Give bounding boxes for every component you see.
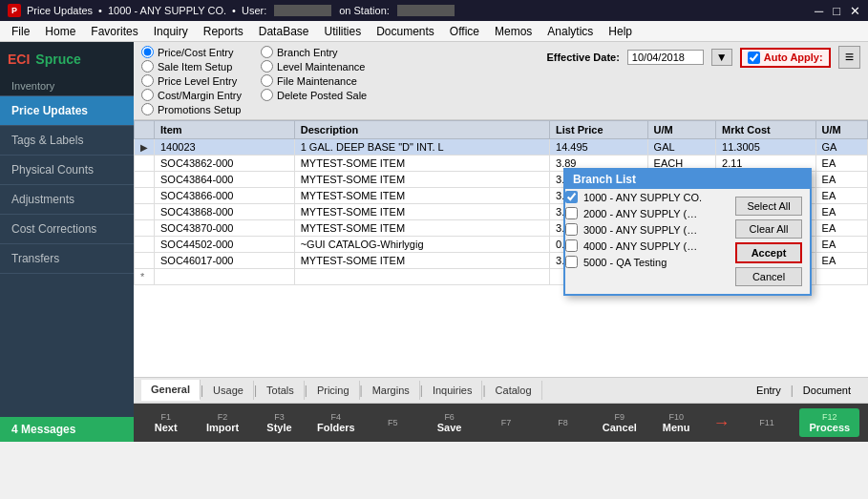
fkey-f4[interactable]: F4 Folders: [312, 412, 360, 433]
fkey-f1[interactable]: F1 Next: [142, 412, 190, 433]
sidebar-item-physical-counts[interactable]: Physical Counts: [0, 156, 134, 185]
branch-checkbox-2000[interactable]: [565, 207, 578, 219]
branch-label-2000: 2000 - ANY SUPPLY (…: [583, 208, 697, 219]
tab-totals[interactable]: Totals: [257, 381, 305, 400]
select-all-button[interactable]: Select All: [735, 197, 802, 216]
radio-delete-sale[interactable]: Delete Posted Sale: [261, 89, 367, 101]
title-sep2: •: [232, 5, 236, 16]
menu-database[interactable]: DataBase: [251, 23, 317, 40]
menu-office[interactable]: Office: [442, 23, 487, 40]
fkey-bar: F1 Next F2 Import F3 Style F4 Folders F5…: [134, 404, 868, 442]
row-um2: EA: [815, 172, 867, 188]
branch-buttons: Select All Clear All Accept Cancel: [735, 189, 810, 294]
radio-sale-item[interactable]: Sale Item Setup: [141, 60, 242, 73]
clear-all-button[interactable]: Clear All: [735, 219, 802, 239]
fkey-f6[interactable]: F6 Save: [426, 412, 474, 433]
fkey-f11[interactable]: F11: [743, 418, 791, 427]
tab-inquiries[interactable]: Inquiries: [423, 381, 483, 400]
fkey-f9[interactable]: F9 Cancel: [596, 412, 644, 433]
row-indicator: [135, 253, 155, 269]
accept-button[interactable]: Accept: [735, 242, 802, 263]
branch-item-3000[interactable]: 3000 - ANY SUPPLY (…: [565, 221, 735, 238]
effective-date-input[interactable]: [627, 50, 704, 65]
fkey-f12-process[interactable]: F12 Process: [799, 408, 859, 437]
col-mrkt-cost: Mrkt Cost: [716, 121, 816, 139]
radio-file-maint[interactable]: File Maintenance: [261, 74, 367, 87]
branch-item-5000[interactable]: 5000 - QA Testing: [565, 254, 735, 270]
radio-level-maint[interactable]: Level Maintenance: [261, 60, 367, 73]
row-description: MYTEST-SOME ITEM: [294, 188, 549, 204]
fkey-f7[interactable]: F7: [482, 418, 530, 427]
auto-apply-checkbox[interactable]: [748, 52, 760, 64]
sidebar-item-transfers[interactable]: Transfers: [0, 244, 134, 274]
fkey-f5[interactable]: F5: [369, 418, 416, 427]
radio-branch-entry[interactable]: Branch Entry: [261, 46, 367, 58]
branch-checkbox-5000[interactable]: [565, 256, 578, 268]
sidebar-item-tags-labels[interactable]: Tags & Labels: [0, 126, 134, 156]
branch-item-4000[interactable]: 4000 - ANY SUPPLY (…: [565, 238, 735, 254]
row-um2: EA: [815, 237, 867, 253]
messages-label: Messages: [21, 423, 75, 436]
row-description: ~GUI CATALOG-Whirlygig: [294, 237, 549, 253]
title-bar-right[interactable]: ─ □ ✕: [815, 4, 860, 18]
radio-price-cost[interactable]: Price/Cost Entry: [141, 46, 242, 58]
fkey-f3[interactable]: F3 Style: [255, 412, 303, 433]
tab-general[interactable]: General: [141, 380, 201, 401]
row-item: SOC43866-000: [155, 188, 295, 204]
row-description: MYTEST-SOME ITEM: [294, 220, 549, 237]
radio-cost-margin[interactable]: Cost/Margin Entry: [141, 89, 242, 101]
branch-checkbox-1000[interactable]: [565, 191, 578, 203]
menu-memos[interactable]: Memos: [487, 23, 540, 40]
tab-usage[interactable]: Usage: [203, 381, 254, 400]
maximize-button[interactable]: □: [833, 4, 840, 18]
tab-pricing[interactable]: Pricing: [307, 381, 360, 400]
tab-margins[interactable]: Margins: [363, 381, 420, 400]
sidebar: ECI Spruce Inventory Price Updates Tags …: [0, 42, 134, 442]
menu-favorites[interactable]: Favorites: [83, 23, 145, 40]
menu-analytics[interactable]: Analytics: [540, 23, 601, 40]
menu-home[interactable]: Home: [37, 23, 83, 40]
branch-item-2000[interactable]: 2000 - ANY SUPPLY (…: [565, 205, 735, 221]
menu-file[interactable]: File: [4, 23, 37, 40]
content-area: Price/Cost Entry Sale Item Setup Price L…: [134, 42, 868, 442]
title-sep1: •: [98, 5, 102, 16]
messages-bar[interactable]: 4 Messages: [0, 417, 134, 442]
minimize-button[interactable]: ─: [815, 4, 823, 18]
row-um2: GA: [815, 139, 867, 156]
title-bar: P Price Updates • 1000 - ANY SUPPLY CO. …: [0, 0, 868, 21]
sidebar-item-price-updates[interactable]: Price Updates: [0, 96, 134, 126]
branch-checkbox-4000[interactable]: [565, 239, 578, 252]
tab-catalog[interactable]: Catalog: [486, 381, 542, 400]
branch-checkbox-3000[interactable]: [565, 223, 578, 236]
menu-documents[interactable]: Documents: [369, 23, 442, 40]
settings-button[interactable]: ≡: [838, 46, 860, 69]
table-row[interactable]: ▶ 140023 1 GAL. DEEP BASE "D" INT. L 14.…: [135, 139, 868, 156]
menu-help[interactable]: Help: [601, 23, 640, 40]
branch-list-area: 1000 - ANY SUPPLY CO. 2000 - ANY SUPPLY …: [565, 189, 735, 294]
branch-item-1000[interactable]: 1000 - ANY SUPPLY CO.: [565, 189, 735, 205]
col-indicator: [135, 121, 155, 139]
company-name: 1000 - ANY SUPPLY CO.: [108, 5, 226, 16]
radio-price-level[interactable]: Price Level Entry: [141, 74, 242, 87]
fkey-f10[interactable]: F10 Menu: [652, 412, 700, 433]
sidebar-item-cost-corrections[interactable]: Cost Corrections: [0, 215, 134, 244]
fkey-f8[interactable]: F8: [539, 418, 586, 427]
col-list-price: List Price: [550, 121, 648, 139]
date-dropdown-icon[interactable]: ▼: [711, 49, 732, 66]
cancel-button[interactable]: Cancel: [735, 267, 802, 286]
menu-utilities[interactable]: Utilities: [316, 23, 369, 40]
row-um: GAL: [647, 139, 715, 156]
entry-label: Entry: [747, 381, 791, 400]
fkey-f2[interactable]: F2 Import: [199, 412, 246, 433]
radio-promotions[interactable]: Promotions Setup: [141, 103, 242, 115]
auto-apply-checkbox-area[interactable]: Auto Apply:: [740, 48, 831, 68]
logo-eci: ECI: [8, 52, 30, 67]
logo-area: ECI Spruce: [0, 42, 134, 76]
menu-bar: File Home Favorites Inquiry Reports Data…: [0, 21, 868, 42]
effective-date-label: Effective Date:: [546, 52, 619, 63]
menu-reports[interactable]: Reports: [196, 23, 251, 40]
close-button[interactable]: ✕: [850, 4, 860, 18]
sidebar-item-adjustments[interactable]: Adjustments: [0, 185, 134, 215]
menu-inquiry[interactable]: Inquiry: [146, 23, 196, 40]
row-description: MYTEST-SOME ITEM: [294, 172, 549, 188]
